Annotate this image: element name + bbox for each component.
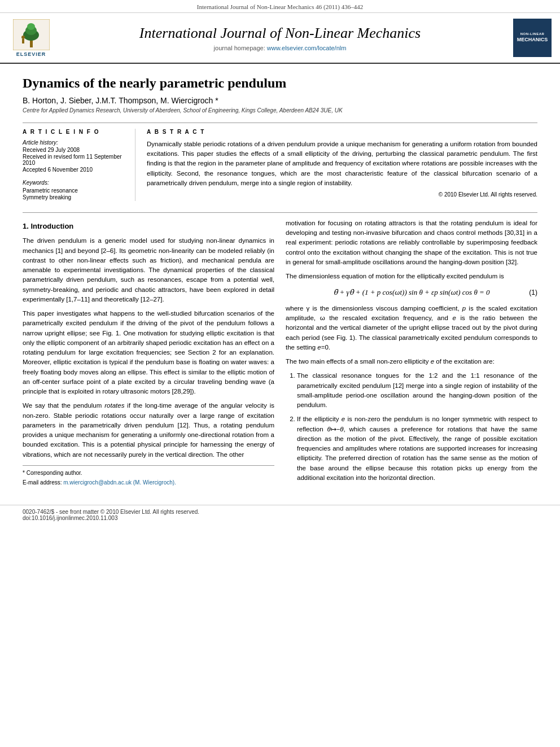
footnote-corresponding: * Corresponding author. bbox=[23, 469, 274, 477]
col-right: motivation for focusing on rotating attr… bbox=[286, 219, 537, 488]
elsevier-label: ELSEVIER bbox=[16, 51, 46, 57]
journal-header: ELSEVIER International Journal of Non-Li… bbox=[0, 13, 560, 64]
email-label: E-mail address: bbox=[23, 479, 62, 486]
copyright-line: © 2010 Elsevier Ltd. All rights reserved… bbox=[147, 191, 537, 198]
doi-line: doi:10.1016/j.ijnonlinmec.2010.11.003 bbox=[23, 515, 537, 521]
effect-1: The classical resonance tongues for the … bbox=[297, 371, 537, 410]
right-para-4: The two main effects of a small non-zero… bbox=[286, 357, 537, 366]
issn-line: 0020-7462/$ - see front matter © 2010 El… bbox=[23, 509, 537, 515]
svg-rect-6 bbox=[22, 39, 24, 43]
bottom-bar: 0020-7462/$ - see front matter © 2010 El… bbox=[0, 505, 560, 525]
svg-point-4 bbox=[27, 23, 35, 30]
right-para-2: The dimensionless equation of motion for… bbox=[286, 272, 537, 281]
right-para-1: motivation for focusing on rotating attr… bbox=[286, 219, 537, 267]
homepage-label: journal homepage: bbox=[214, 45, 265, 51]
divider-top bbox=[23, 123, 537, 123]
elsevier-tree-icon bbox=[13, 19, 50, 50]
col-left: 1. Introduction The driven pendulum is a… bbox=[23, 219, 274, 488]
svg-point-5 bbox=[21, 36, 25, 39]
keyword-1: Parametric resonance bbox=[23, 187, 126, 194]
author-names: B. Horton, J. Sieber, J.M.T. Thompson, M… bbox=[23, 96, 218, 105]
section-title: Introduction bbox=[30, 222, 73, 230]
intro-para-2: This paper investigates what happens to … bbox=[23, 309, 274, 396]
homepage-link[interactable]: www.elsevier.com/locate/nlm bbox=[267, 45, 347, 51]
effect-2: If the ellipticity e is non-zero the pen… bbox=[297, 414, 537, 483]
elsevier-logo-area: ELSEVIER bbox=[8, 19, 54, 57]
divider-body bbox=[23, 212, 537, 213]
effects-list: The classical resonance tongues for the … bbox=[286, 371, 537, 483]
journal-title-area: International Journal of Non-Linear Mech… bbox=[59, 24, 501, 51]
right-para-3: where γ is the dimensionless viscous dam… bbox=[286, 304, 537, 352]
nlm-badge-main: MECHANICS bbox=[517, 37, 548, 43]
section-number: 1. bbox=[23, 222, 29, 230]
article-title: Dynamics of the nearly parametric pendul… bbox=[23, 75, 537, 91]
equation-1: θ̈ + γθ̇ + (1 + p cos(ωt)) sin θ + εp si… bbox=[286, 287, 537, 298]
history-label: Article history: bbox=[23, 139, 126, 146]
nlm-badge-area: NON-LINEAR MECHANICS bbox=[506, 19, 552, 57]
email-link[interactable]: m.wiercigroch@abdn.ac.uk (M. Wiercigroch… bbox=[63, 479, 176, 486]
article-info-heading: A R T I C L E I N F O bbox=[23, 129, 126, 135]
citation-text: International Journal of Non-Linear Mech… bbox=[197, 3, 363, 10]
section-1-heading: 1. Introduction bbox=[23, 221, 274, 232]
article-meta: A R T I C L E I N F O Article history: R… bbox=[23, 129, 537, 201]
revised-date: Received in revised form 11 September 20… bbox=[23, 154, 126, 166]
article-info-box: A R T I C L E I N F O Article history: R… bbox=[23, 129, 135, 201]
journal-citation-bar: International Journal of Non-Linear Mech… bbox=[0, 0, 560, 13]
footnote-email: E-mail address: m.wiercigroch@abdn.ac.uk… bbox=[23, 478, 274, 487]
intro-para-3: We say that the pendulum rotates if the … bbox=[23, 401, 274, 460]
equation-number: (1) bbox=[529, 287, 537, 298]
journal-title: International Journal of Non-Linear Mech… bbox=[59, 24, 501, 42]
body-columns: 1. Introduction The driven pendulum is a… bbox=[23, 219, 537, 488]
article-content: Dynamics of the nearly parametric pendul… bbox=[0, 64, 560, 499]
footnote-area: * Corresponding author. E-mail address: … bbox=[23, 465, 274, 487]
journal-homepage: journal homepage: www.elsevier.com/locat… bbox=[59, 45, 501, 51]
nlm-badge: NON-LINEAR MECHANICS bbox=[513, 19, 552, 57]
equation-content: θ̈ + γθ̇ + (1 + p cos(ωt)) sin θ + εp si… bbox=[333, 287, 489, 298]
abstract-text: Dynamically stable periodic rotations of… bbox=[147, 139, 537, 188]
nlm-badge-top: NON-LINEAR bbox=[520, 32, 545, 37]
keywords-section: Keywords: Parametric resonance Symmetry … bbox=[23, 180, 126, 200]
keyword-2: Symmetry breaking bbox=[23, 194, 126, 200]
accepted-date: Accepted 6 November 2010 bbox=[23, 167, 126, 173]
authors-line: B. Horton, J. Sieber, J.M.T. Thompson, M… bbox=[23, 96, 537, 105]
affiliation: Centre for Applied Dynamics Research, Un… bbox=[23, 107, 537, 113]
intro-para-1: The driven pendulum is a generic model u… bbox=[23, 236, 274, 304]
received-date: Received 29 July 2008 bbox=[23, 147, 126, 153]
abstract-section: A B S T R A C T Dynamically stable perio… bbox=[147, 129, 537, 201]
keywords-label: Keywords: bbox=[23, 180, 126, 186]
abstract-heading: A B S T R A C T bbox=[147, 129, 537, 135]
